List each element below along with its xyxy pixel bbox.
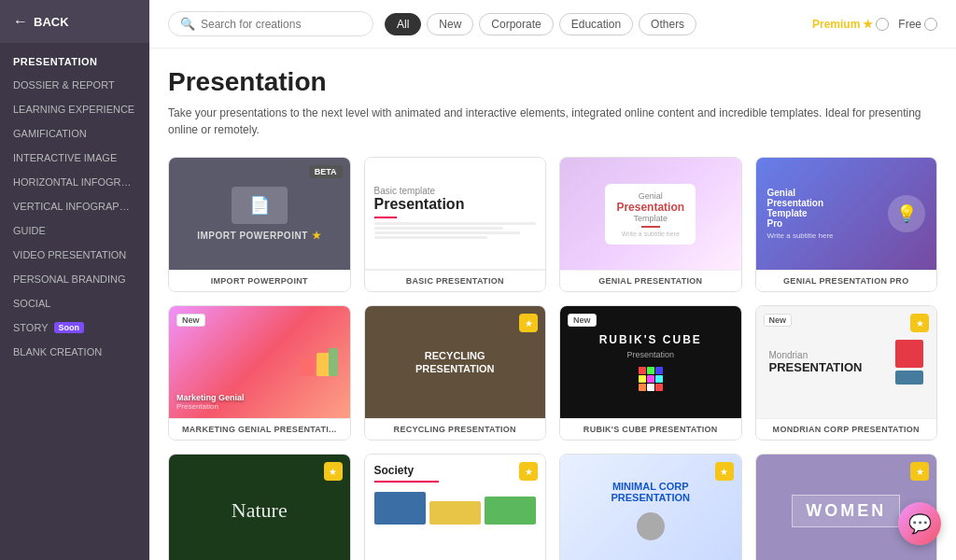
marketing-graphic	[296, 343, 343, 390]
template-card-marketing[interactable]: New Marketing Genial Presentation MARKET…	[168, 305, 351, 441]
template-card-rubik[interactable]: New RUBIK'S CUBE Presentation	[559, 305, 742, 441]
genial-pro-text: GenialPresentationTemplatePro Write a su…	[767, 188, 834, 240]
star-badge-recycling: ★	[519, 314, 538, 332]
card-label-basic: BASIC PRESENTATION	[365, 270, 546, 291]
sidebar-item-story-label: STORY	[13, 322, 49, 333]
back-label: BACK	[34, 15, 69, 29]
premium-label[interactable]: Premium ★	[812, 18, 889, 31]
search-box[interactable]: 🔍	[168, 11, 373, 36]
premium-star-icon: ★	[863, 18, 873, 31]
template-card-basic[interactable]: Basic template Presentation BASIC PRESEN…	[364, 157, 547, 292]
sidebar-item-gamification[interactable]: GAMIFICATION	[0, 121, 149, 146]
new-badge-marketing: New	[176, 314, 205, 327]
star-badge-society: ★	[519, 462, 538, 481]
premium-free-toggle: Premium ★ Free	[812, 18, 937, 31]
sidebar-item-personal[interactable]: PERSONAL BRANDING	[0, 267, 149, 291]
svg-rect-2	[329, 348, 338, 376]
filter-others[interactable]: Others	[639, 13, 696, 35]
basic-template-subtitle: Basic template	[374, 186, 537, 196]
star-badge-mondrian: ★	[910, 314, 929, 332]
main-content: 🔍 All New Corporate Education Others Pre…	[149, 0, 956, 560]
card-label-rubik: RUBIK'S CUBE PRESENTATION	[560, 418, 741, 440]
sidebar-item-guide[interactable]: GUIDE	[0, 218, 149, 243]
card-label-recycling: RECYCLING PRESENTATION	[365, 418, 546, 440]
filter-education[interactable]: Education	[559, 13, 633, 35]
sidebar-item-video[interactable]: VIDEO PRESENTATION	[0, 243, 149, 267]
chat-icon: 💬	[908, 512, 932, 535]
sidebar-item-story[interactable]: STORY Soon	[0, 315, 149, 340]
rubik-cube-graphic	[639, 367, 663, 391]
template-card-nature[interactable]: ★ Nature NATURE PRESENTATION	[168, 454, 351, 560]
card-label-marketing: MARKETING GENIAL PRESENTATI...	[169, 418, 350, 440]
filter-new[interactable]: New	[427, 13, 473, 35]
filter-pills: All New Corporate Education Others	[385, 13, 696, 35]
template-card-import-powerpoint[interactable]: BETA 📄 IMPORT POWERPOINT ★ IMPORT POWERP…	[168, 157, 351, 292]
genial-pro-icon: 💡	[888, 195, 925, 232]
chat-button[interactable]: 💬	[898, 502, 941, 545]
template-card-society[interactable]: ★ Society SOCIETY PRESENTATION	[364, 454, 547, 560]
sidebar-item-social[interactable]: SOCIAL	[0, 291, 149, 315]
template-card-mondrian[interactable]: New ★ Mondrian PRESENTATION MONDRIAN COR…	[755, 305, 938, 441]
back-arrow-icon: ←	[13, 13, 28, 30]
page-title: Presentation	[168, 67, 937, 97]
content-area: Presentation Take your presentations to …	[149, 49, 956, 560]
filter-corporate[interactable]: Corporate	[479, 13, 553, 35]
star-badge-nature: ★	[324, 462, 343, 481]
page-subtitle: Take your presentations to the next leve…	[168, 105, 934, 138]
card-label-import: IMPORT POWERPOINT	[169, 270, 350, 291]
svg-rect-1	[316, 353, 330, 376]
topbar: 🔍 All New Corporate Education Others Pre…	[149, 0, 956, 49]
free-label[interactable]: Free	[898, 18, 937, 31]
sidebar-item-vertical[interactable]: VERTICAL INFOGRAPHIC	[0, 194, 149, 218]
sidebar-item-dossier[interactable]: DOSSIER & REPORT	[0, 73, 149, 97]
template-card-recycling[interactable]: ★ RECYCLINGPRESENTATION RECYCLING PRESEN…	[364, 305, 547, 441]
star-badge-women: ★	[910, 462, 929, 481]
sidebar-item-learning[interactable]: LEARNING EXPERIENCE	[0, 97, 149, 121]
premium-radio[interactable]	[876, 18, 889, 31]
sidebar: ← BACK PRESENTATION DOSSIER & REPORT LEA…	[0, 0, 149, 560]
soon-badge: Soon	[54, 322, 85, 333]
new-badge-rubik: New	[568, 314, 597, 327]
template-card-minimal[interactable]: ★ MINIMAL CORPPRESENTATION MINIMAL CORP …	[559, 454, 742, 560]
sidebar-section-title: PRESENTATION	[0, 43, 149, 73]
template-grid: BETA 📄 IMPORT POWERPOINT ★ IMPORT POWERP…	[168, 157, 937, 560]
sidebar-item-blank[interactable]: BLANK CREATION	[0, 340, 149, 364]
card-label-genial-pro: GENIAL PRESENTATION PRO	[756, 270, 937, 291]
basic-line-decor	[374, 217, 397, 218]
mondrian-color-blocks	[895, 340, 923, 385]
search-input[interactable]	[201, 18, 359, 31]
filter-all[interactable]: All	[385, 13, 421, 35]
basic-template-title: Presentation	[374, 196, 537, 213]
import-powerpoint-icon: 📄	[232, 187, 288, 224]
import-text: IMPORT POWERPOINT ★	[197, 230, 321, 242]
sidebar-item-interactive[interactable]: INTERACTIVE IMAGE	[0, 146, 149, 170]
template-card-genial[interactable]: Genial Presentation Template Write a sub…	[559, 157, 742, 292]
star-badge-minimal: ★	[715, 462, 734, 481]
new-badge-mondrian: New	[764, 314, 793, 327]
sidebar-item-horizontal[interactable]: HORIZONTAL INFOGRAPHIC	[0, 170, 149, 194]
svg-rect-0	[301, 357, 315, 376]
beta-badge: BETA	[309, 165, 343, 178]
search-icon: 🔍	[180, 17, 195, 31]
free-radio[interactable]	[924, 18, 937, 31]
minimal-person-avatar	[637, 512, 665, 540]
back-button[interactable]: ← BACK	[0, 0, 149, 43]
card-label-genial: GENIAL PRESENTATION	[560, 270, 741, 291]
template-card-genial-pro[interactable]: GenialPresentationTemplatePro Write a su…	[755, 157, 938, 292]
card-label-mondrian: MONDRIAN CORP PRESENTATION	[756, 418, 937, 440]
